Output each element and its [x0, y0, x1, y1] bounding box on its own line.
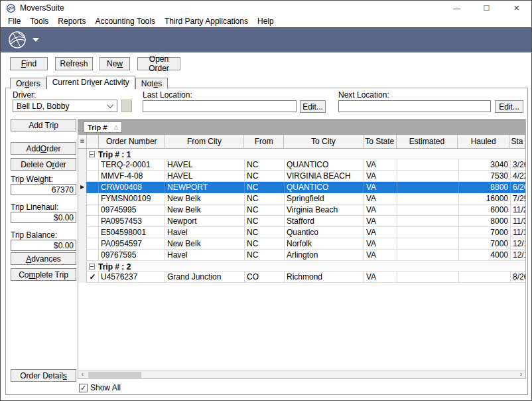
find-button[interactable]: Find: [10, 57, 48, 70]
cell-from_state[interactable]: NC: [245, 238, 285, 250]
refresh-button[interactable]: Refresh: [55, 57, 93, 70]
cell-estimated_weight[interactable]: [397, 238, 459, 250]
add-order-button[interactable]: Add Order: [11, 142, 76, 155]
cell-from_city[interactable]: NEWPORT: [165, 182, 245, 193]
cell-to_state[interactable]: VA: [364, 227, 397, 238]
advances-button[interactable]: Advances: [11, 252, 76, 265]
cell-from_city[interactable]: Havel: [165, 227, 245, 238]
cell-start[interactable]: 12/1: [511, 250, 525, 261]
cell-estimated_weight[interactable]: [397, 182, 459, 193]
trip-linehaul-field[interactable]: [11, 212, 76, 223]
horizontal-scrollbar[interactable]: ‹ ›: [78, 370, 525, 378]
close-button[interactable]: ✕: [501, 1, 531, 15]
cell-to_state[interactable]: VA: [364, 193, 397, 204]
cell-estimated_weight[interactable]: [397, 159, 459, 171]
cell-hauled_weight[interactable]: 16000: [459, 193, 511, 204]
scrollbar-thumb[interactable]: [88, 372, 141, 378]
cell-order_number[interactable]: TERQ-2-0001: [99, 159, 165, 171]
cell-from_state[interactable]: CO: [245, 272, 285, 283]
tab-notes[interactable]: Notes: [135, 78, 168, 89]
cell-from_city[interactable]: Grand Junction: [165, 272, 245, 283]
cell-order_number[interactable]: FYMSN00109: [99, 193, 165, 204]
cell-from_state[interactable]: NC: [245, 182, 285, 193]
cell-order_number[interactable]: 09767595: [99, 250, 165, 261]
new-button[interactable]: New: [100, 57, 130, 70]
cell-hauled_weight[interactable]: 4000: [459, 250, 511, 261]
last-location-input[interactable]: [143, 100, 297, 112]
cell-from_state[interactable]: NC: [245, 204, 285, 216]
cell-estimated_weight[interactable]: [397, 250, 459, 261]
cell-from_city[interactable]: New Belk: [165, 238, 245, 250]
tab-orders[interactable]: Orders: [10, 78, 46, 89]
trip-weight-field[interactable]: [11, 184, 76, 195]
cell-from_city[interactable]: HAVEL: [165, 171, 245, 182]
cell-from_state[interactable]: NC: [245, 193, 285, 204]
cell-estimated_weight[interactable]: [397, 204, 459, 216]
cell-from_city[interactable]: Newport: [165, 216, 245, 227]
cell-to_city[interactable]: Arlington: [285, 250, 364, 261]
table-row[interactable]: FYMSN00109New BelkNCSpringfieldVA160007/…: [78, 193, 525, 204]
trip-balance-field[interactable]: [11, 240, 76, 251]
column-header-check[interactable]: [87, 135, 99, 148]
cell-start[interactable]: 12/1: [511, 238, 525, 250]
cell-from_city[interactable]: New Belk: [165, 204, 245, 216]
column-header-to_state[interactable]: To State: [364, 135, 397, 148]
column-header-start[interactable]: Sta: [509, 135, 525, 148]
table-row[interactable]: PA0957453NewportNCStaffordVA800011/3: [78, 216, 525, 227]
complete-trip-button[interactable]: Complete Trip: [11, 268, 76, 281]
edit-last-location-button[interactable]: Edit...: [300, 100, 326, 113]
column-header-hauled_weight[interactable]: Hauled Weight: [458, 135, 509, 148]
next-location-input[interactable]: [338, 100, 491, 112]
cell-order_number[interactable]: PA0957453: [99, 216, 165, 227]
cell-to_state[interactable]: VA: [364, 238, 397, 250]
menu-tools[interactable]: Tools: [25, 17, 53, 26]
column-header-estimated_weight[interactable]: Estimated Weight: [397, 135, 458, 148]
delete-order-button[interactable]: Delete Order: [11, 158, 76, 171]
cell-start[interactable]: 4/22: [511, 171, 525, 182]
cell-from_state[interactable]: NC: [245, 159, 285, 171]
table-row[interactable]: TERQ-2-0001HAVELNCQUANTICOVA30403/26: [78, 159, 525, 171]
table-row[interactable]: PA0954597New BelkNCNorfolkVA700012/1: [78, 238, 525, 250]
cell-from_state[interactable]: NC: [245, 250, 285, 261]
cell-hauled_weight[interactable]: 7000: [459, 227, 511, 238]
cell-to_city[interactable]: Virginia Beach: [285, 204, 364, 216]
cell-estimated_weight[interactable]: [397, 216, 459, 227]
cell-order_number[interactable]: E504598001: [99, 227, 165, 238]
cell-estimated_weight[interactable]: [397, 272, 459, 283]
group-row[interactable]: Trip # : 2: [78, 261, 525, 272]
cell-to_city[interactable]: QUANTICO: [285, 182, 364, 193]
cell-hauled_weight[interactable]: 7000: [459, 238, 511, 250]
cell-from_state[interactable]: NC: [245, 227, 285, 238]
column-header-order_number[interactable]: Order Number: [99, 135, 165, 148]
driver-select[interactable]: Bell LD, Bobby: [13, 100, 117, 112]
minimize-button[interactable]: —: [442, 1, 472, 15]
edit-next-location-button[interactable]: Edit...: [495, 100, 523, 113]
cell-to_state[interactable]: VA: [364, 159, 397, 171]
cell-to_city[interactable]: VIRGINIA BEACH: [285, 171, 364, 182]
cell-estimated_weight[interactable]: [397, 193, 459, 204]
cell-order_number[interactable]: 09745995: [99, 204, 165, 216]
column-header-from_city[interactable]: From City: [165, 135, 245, 148]
table-row[interactable]: E504598001HavelNCQuanticoVA700011/1: [78, 227, 525, 238]
menu-reports[interactable]: Reports: [53, 17, 90, 26]
cell-hauled_weight[interactable]: 8000: [459, 216, 511, 227]
cell-to_state[interactable]: VA: [364, 171, 397, 182]
cell-to_state[interactable]: VA: [364, 250, 397, 261]
cell-to_city[interactable]: QUANTICO: [285, 159, 364, 171]
cell-from_city[interactable]: New Belk: [165, 193, 245, 204]
cell-start[interactable]: 11/1: [511, 227, 525, 238]
cell-to_city[interactable]: Richmond: [285, 272, 364, 283]
menu-accounting-tools[interactable]: Accounting Tools: [90, 17, 160, 26]
scroll-right-icon[interactable]: ›: [517, 370, 525, 378]
cell-hauled_weight[interactable]: 3040: [459, 159, 511, 171]
open-order-button[interactable]: Open Order: [137, 57, 180, 70]
cell-to_city[interactable]: Stafford: [285, 216, 364, 227]
menu-third-party-applications[interactable]: Third Party Applications: [160, 17, 253, 26]
cell-start[interactable]: 11/2: [511, 204, 525, 216]
collapse-icon[interactable]: [89, 264, 95, 270]
scroll-left-icon[interactable]: ‹: [78, 370, 87, 378]
cell-from_state[interactable]: NC: [245, 171, 285, 182]
cell-hauled_weight[interactable]: 7530: [459, 171, 511, 182]
group-row[interactable]: Trip # : 1: [78, 149, 525, 159]
cell-estimated_weight[interactable]: [397, 171, 459, 182]
